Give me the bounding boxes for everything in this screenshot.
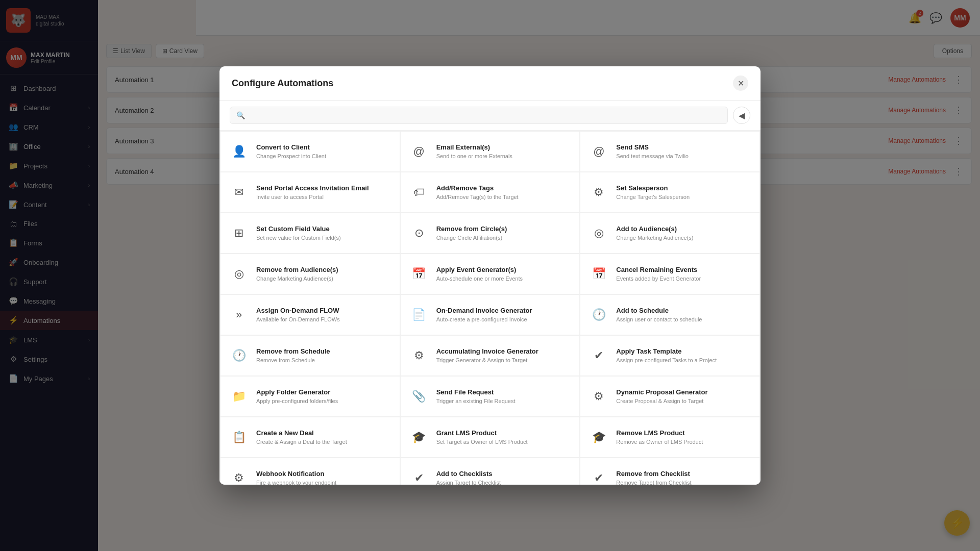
search-back-btn[interactable]: ◀ <box>733 107 750 124</box>
automation-card-webhook-notification[interactable]: ⚙ Webhook Notification Fire a webhook to… <box>220 458 400 485</box>
automation-card-remove-from-audiences[interactable]: ◎ Remove from Audience(s) Change Marketi… <box>220 254 400 294</box>
card-title-on-demand-invoice-generator: On-Demand Invoice Generator <box>436 307 532 314</box>
card-icon-apply-task-template: ✔ <box>589 345 609 366</box>
card-title-remove-from-checklist: Remove from Checklist <box>616 470 691 478</box>
automation-card-add-to-audiences[interactable]: ◎ Add to Audience(s) Change Marketing Au… <box>580 213 760 253</box>
card-title-remove-from-audiences: Remove from Audience(s) <box>256 266 338 273</box>
card-content-send-sms: Send SMS Send text message via Twilio <box>616 143 689 160</box>
card-title-assign-on-demand-flow: Assign On-Demand FLOW <box>256 307 340 314</box>
card-icon-remove-from-checklist: ✔ <box>589 468 609 485</box>
card-title-add-to-audiences: Add to Audience(s) <box>616 225 693 233</box>
card-icon-assign-on-demand-flow: » <box>229 305 249 325</box>
card-title-remove-from-schedule: Remove from Schedule <box>256 347 330 355</box>
automation-card-remove-lms-product[interactable]: 🎓 Remove LMS Product Remove as Owner of … <box>580 417 760 457</box>
search-input[interactable] <box>249 112 721 119</box>
card-icon-on-demand-invoice-generator: 📄 <box>409 305 429 325</box>
card-content-cancel-remaining-events: Cancel Remaining Events Events added by … <box>616 266 701 282</box>
automation-card-on-demand-invoice-generator[interactable]: 📄 On-Demand Invoice Generator Auto-creat… <box>401 295 580 335</box>
card-desc-create-a-new-deal: Create & Assign a Deal to the Target <box>256 438 347 445</box>
automation-card-add-to-schedule[interactable]: 🕐 Add to Schedule Assign user or contact… <box>580 295 760 335</box>
card-icon-dynamic-proposal-generator: ⚙ <box>589 386 609 407</box>
automations-grid: 👤 Convert to Client Change Prospect into… <box>219 131 761 485</box>
card-title-dynamic-proposal-generator: Dynamic Proposal Generator <box>616 388 707 396</box>
card-content-remove-from-schedule: Remove from Schedule Remove from Schedul… <box>256 347 330 364</box>
automation-card-convert-to-client[interactable]: 👤 Convert to Client Change Prospect into… <box>220 132 400 171</box>
card-icon-remove-from-audiences: ◎ <box>229 264 249 284</box>
card-desc-set-custom-field: Set new value for Custom Field(s) <box>256 234 341 241</box>
card-content-remove-from-circle: Remove from Circle(s) Change Circle Affi… <box>436 225 507 241</box>
card-title-remove-from-circle: Remove from Circle(s) <box>436 225 507 233</box>
automation-card-remove-from-schedule[interactable]: 🕐 Remove from Schedule Remove from Sched… <box>220 336 400 375</box>
card-desc-webhook-notification: Fire a webhook to your endpoint <box>256 479 336 485</box>
automation-card-accumulating-invoice-generator[interactable]: ⚙ Accumulating Invoice Generator Trigger… <box>401 336 580 375</box>
search-input-wrapper: 🔍 <box>230 107 728 124</box>
card-icon-remove-from-schedule: 🕐 <box>229 345 249 366</box>
card-title-set-salesperson: Set Salesperson <box>616 184 690 192</box>
card-title-cancel-remaining-events: Cancel Remaining Events <box>616 266 701 273</box>
card-desc-assign-on-demand-flow: Available for On-Demand FLOWs <box>256 316 340 323</box>
automation-card-cancel-remaining-events[interactable]: 📅 Cancel Remaining Events Events added b… <box>580 254 760 294</box>
card-desc-remove-from-checklist: Remove Target from Checklist <box>616 479 691 485</box>
automation-card-set-custom-field[interactable]: ⊞ Set Custom Field Value Set new value f… <box>220 213 400 253</box>
card-desc-remove-from-circle: Change Circle Affiliation(s) <box>436 234 507 241</box>
card-icon-remove-lms-product: 🎓 <box>589 427 609 447</box>
card-desc-add-to-audiences: Change Marketing Audience(s) <box>616 234 693 241</box>
automation-card-assign-on-demand-flow[interactable]: » Assign On-Demand FLOW Available for On… <box>220 295 400 335</box>
card-content-set-salesperson: Set Salesperson Change Target's Salesper… <box>616 184 690 201</box>
card-desc-add-to-checklists: Assign Target to Checklist <box>436 479 501 485</box>
card-icon-send-portal-invitation: ✉ <box>229 182 249 203</box>
automation-card-remove-from-checklist[interactable]: ✔ Remove from Checklist Remove Target fr… <box>580 458 760 485</box>
automation-card-apply-task-template[interactable]: ✔ Apply Task Template Assign pre-configu… <box>580 336 760 375</box>
automation-card-apply-folder-generator[interactable]: 📁 Apply Folder Generator Apply pre-confi… <box>220 377 400 416</box>
card-title-remove-lms-product: Remove LMS Product <box>616 429 703 437</box>
card-desc-accumulating-invoice-generator: Trigger Generator & Assign to Target <box>436 357 538 364</box>
automation-card-remove-from-circle[interactable]: ⊙ Remove from Circle(s) Change Circle Af… <box>401 213 580 253</box>
card-icon-accumulating-invoice-generator: ⚙ <box>409 345 429 366</box>
automation-card-send-portal-invitation[interactable]: ✉ Send Portal Access Invitation Email In… <box>220 172 400 212</box>
card-desc-set-salesperson: Change Target's Salesperson <box>616 193 690 201</box>
card-desc-send-file-request: Trigger an existing File Request <box>436 397 516 405</box>
automation-card-add-remove-tags[interactable]: 🏷 Add/Remove Tags Add/Remove Tag(s) to t… <box>401 172 580 212</box>
automation-card-apply-event-generator[interactable]: 📅 Apply Event Generator(s) Auto-schedule… <box>401 254 580 294</box>
card-content-webhook-notification: Webhook Notification Fire a webhook to y… <box>256 470 336 485</box>
card-desc-dynamic-proposal-generator: Create Proposal & Assign to Target <box>616 397 707 405</box>
automation-card-add-to-checklists[interactable]: ✔ Add to Checklists Assign Target to Che… <box>401 458 580 485</box>
automation-card-send-file-request[interactable]: 📎 Send File Request Trigger an existing … <box>401 377 580 416</box>
automation-card-dynamic-proposal-generator[interactable]: ⚙ Dynamic Proposal Generator Create Prop… <box>580 377 760 416</box>
card-icon-send-file-request: 📎 <box>409 386 429 407</box>
card-content-on-demand-invoice-generator: On-Demand Invoice Generator Auto-create … <box>436 307 532 323</box>
card-content-remove-from-audiences: Remove from Audience(s) Change Marketing… <box>256 266 338 282</box>
card-content-assign-on-demand-flow: Assign On-Demand FLOW Available for On-D… <box>256 307 340 323</box>
automation-card-grant-lms-product[interactable]: 🎓 Grant LMS Product Set Target as Owner … <box>401 417 580 457</box>
card-icon-cancel-remaining-events: 📅 <box>589 264 609 284</box>
card-icon-remove-from-circle: ⊙ <box>409 223 429 243</box>
card-icon-add-to-audiences: ◎ <box>589 223 609 243</box>
card-content-set-custom-field: Set Custom Field Value Set new value for… <box>256 225 341 241</box>
card-desc-apply-event-generator: Auto-schedule one or more Events <box>436 275 523 282</box>
automation-card-set-salesperson[interactable]: ⚙ Set Salesperson Change Target's Salesp… <box>580 172 760 212</box>
card-desc-remove-from-audiences: Change Marketing Audience(s) <box>256 275 338 282</box>
card-content-create-a-new-deal: Create a New Deal Create & Assign a Deal… <box>256 429 347 445</box>
modal-overlay: Configure Automations ✕ 🔍 ◀ 👤 Convert to… <box>0 0 980 551</box>
card-content-dynamic-proposal-generator: Dynamic Proposal Generator Create Propos… <box>616 388 707 405</box>
card-title-convert-to-client: Convert to Client <box>256 143 326 151</box>
card-icon-add-to-schedule: 🕐 <box>589 305 609 325</box>
card-desc-apply-task-template: Assign pre-configured Tasks to a Project <box>616 357 717 364</box>
card-icon-convert-to-client: 👤 <box>229 141 249 162</box>
card-title-add-to-schedule: Add to Schedule <box>616 307 702 314</box>
modal-title: Configure Automations <box>232 78 333 89</box>
card-content-remove-lms-product: Remove LMS Product Remove as Owner of LM… <box>616 429 703 445</box>
card-icon-apply-folder-generator: 📁 <box>229 386 249 407</box>
card-icon-webhook-notification: ⚙ <box>229 468 249 485</box>
automation-card-email-externals[interactable]: @ Email External(s) Send to one or more … <box>401 132 580 171</box>
card-title-email-externals: Email External(s) <box>436 143 512 151</box>
card-icon-set-custom-field: ⊞ <box>229 223 249 243</box>
automation-card-send-sms[interactable]: @ Send SMS Send text message via Twilio <box>580 132 760 171</box>
modal-close-button[interactable]: ✕ <box>733 76 748 91</box>
card-icon-add-to-checklists: ✔ <box>409 468 429 485</box>
card-title-send-file-request: Send File Request <box>436 388 516 396</box>
card-title-send-sms: Send SMS <box>616 143 689 151</box>
card-desc-cancel-remaining-events: Events added by Event Generator <box>616 275 701 282</box>
card-icon-grant-lms-product: 🎓 <box>409 427 429 447</box>
automation-card-create-a-new-deal[interactable]: 📋 Create a New Deal Create & Assign a De… <box>220 417 400 457</box>
